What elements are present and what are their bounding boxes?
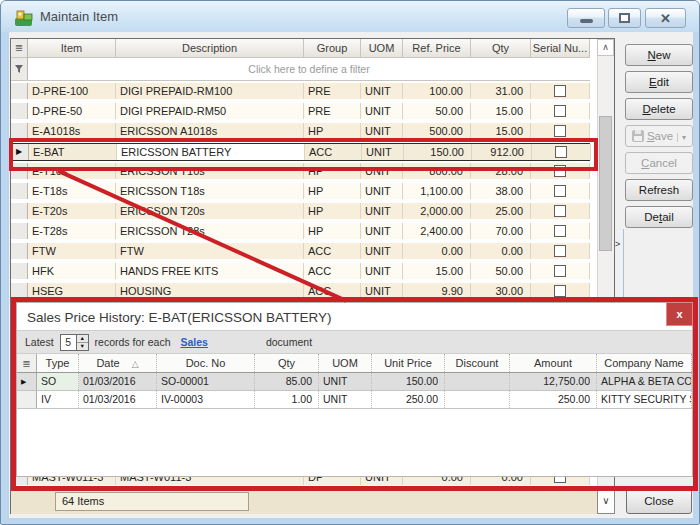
grid-header-row: ≣ Item Description Group UOM Ref. Price …	[11, 39, 590, 58]
row-header[interactable]	[11, 223, 28, 239]
col-header-unit-price[interactable]: Unit Price	[372, 354, 445, 372]
panel-splitter[interactable]	[623, 229, 624, 299]
scroll-down-button[interactable]: ∨	[597, 487, 615, 514]
history-row[interactable]: IV 01/03/2016 IV-00003 1.00 UNIT 250.00 …	[17, 391, 692, 409]
close-window-button[interactable]: ✕	[645, 8, 686, 28]
cell-item: D-PRE-100	[28, 83, 116, 99]
cell-qty: 50.00	[471, 263, 531, 279]
col-header-qty[interactable]: Qty	[255, 354, 319, 372]
cell-serial	[531, 163, 590, 179]
spinner-value[interactable]: 5	[61, 335, 76, 350]
row-header[interactable]	[11, 263, 28, 279]
spinner-down-icon[interactable]: ▼	[77, 343, 88, 350]
table-row[interactable]: E-T28s ERICSSON T28s HP UNIT 2,400.00 70…	[11, 223, 590, 241]
table-row[interactable]: HFK HANDS FREE KITS ACC UNIT 15.00 50.00	[11, 263, 590, 281]
delete-button[interactable]: Delete	[625, 98, 693, 120]
filter-hint[interactable]: Click here to define a filter	[28, 58, 590, 80]
row-header[interactable]	[11, 203, 28, 219]
col-header-doc-no[interactable]: Doc. No	[157, 354, 255, 372]
serial-checkbox[interactable]	[554, 125, 566, 137]
col-header-date[interactable]: Date△	[79, 354, 157, 372]
selected-row-e-bat[interactable]: ▶ E-BAT ERICSSON BATTERY ACC UNIT 150.00…	[11, 143, 590, 161]
cell-group: PRE	[304, 103, 361, 119]
row-header[interactable]	[11, 243, 28, 259]
history-row[interactable]: ▶ SO 01/03/2016 SO-00001 85.00 UNIT 150.…	[17, 373, 692, 391]
serial-checkbox[interactable]	[554, 185, 566, 197]
filter-icon	[14, 64, 24, 74]
col-header-amount[interactable]: Amount	[510, 354, 597, 372]
cell-ref-price: 150.00	[404, 144, 472, 160]
col-header-group[interactable]: Group	[304, 39, 361, 58]
panel-collapse-icon[interactable]: >	[615, 239, 620, 249]
col-header-qty[interactable]: Qty	[471, 39, 531, 58]
cell-group: HP	[304, 163, 361, 179]
row-header[interactable]: ▶	[17, 373, 37, 390]
row-header[interactable]	[11, 123, 28, 139]
table-row[interactable]: D-PRE-50 DIGI PREPAID-RM50 PRE UNIT 50.0…	[11, 103, 590, 121]
save-dropdown-icon[interactable]: ▾	[677, 133, 686, 142]
cell-ref-price: 50.00	[403, 103, 471, 119]
save-button[interactable]: Save▾	[625, 125, 693, 147]
detail-button[interactable]: Detail	[625, 206, 693, 228]
table-row[interactable]: E-A1018s ERICSSON A1018s HP UNIT 500.00 …	[11, 123, 590, 141]
row-selector-header[interactable]: ≣	[11, 39, 28, 58]
serial-checkbox[interactable]	[554, 285, 566, 297]
col-header-ref-price[interactable]: Ref. Price	[403, 39, 471, 58]
maximize-button[interactable]	[608, 8, 641, 28]
col-header-description[interactable]: Description	[116, 39, 304, 58]
col-header-type[interactable]: Type	[37, 354, 79, 372]
cell-item: HSEG	[28, 283, 116, 299]
table-row[interactable]: FTW FTW ACC UNIT 0.00 0.00	[11, 243, 590, 261]
row-header[interactable]	[11, 283, 28, 299]
serial-checkbox[interactable]	[554, 225, 566, 237]
cell-uom: UNIT	[361, 263, 403, 279]
table-row[interactable]: E-T20s ERICSSON T20s HP UNIT 2,000.00 25…	[11, 203, 590, 221]
table-row[interactable]: E-T10s ERICSSON T10s HP UNIT 800.00 28.0…	[11, 163, 590, 181]
serial-checkbox[interactable]	[554, 245, 566, 257]
new-button[interactable]: New	[625, 44, 693, 66]
cell-item: D-PRE-50	[28, 103, 116, 119]
cell-unit-price: 150.00	[372, 373, 445, 390]
serial-checkbox[interactable]	[554, 265, 566, 277]
cell-description: DIGI PREPAID-RM100	[116, 83, 304, 99]
table-row[interactable]: D-PRE-100 DIGI PREPAID-RM100 PRE UNIT 10…	[11, 83, 590, 101]
col-header-company[interactable]: Company Name	[597, 354, 692, 372]
serial-checkbox[interactable]	[554, 165, 566, 177]
cell-date: 01/03/2016	[79, 391, 157, 408]
latest-records-spinner[interactable]: 5 ▲ ▼	[60, 334, 89, 351]
col-header-uom[interactable]: UOM	[319, 354, 372, 372]
document-label: document	[266, 336, 312, 348]
row-header[interactable]	[11, 103, 28, 119]
popup-row-selector-header[interactable]: ≣	[17, 354, 37, 372]
close-button[interactable]: Close	[626, 488, 692, 514]
col-header-serial[interactable]: Serial Nu...	[531, 39, 590, 58]
row-header[interactable]	[11, 183, 28, 199]
table-row[interactable]: E-T18s ERICSSON T18s HP UNIT 1,100.00 38…	[11, 183, 590, 201]
refresh-button[interactable]: Refresh	[625, 179, 693, 201]
popup-close-button[interactable]: x	[666, 302, 693, 326]
row-header[interactable]	[11, 83, 28, 99]
spinner-up-icon[interactable]: ▲	[77, 335, 88, 343]
col-header-discount[interactable]: Discount	[445, 354, 510, 372]
cell-qty: 25.00	[471, 203, 531, 219]
cancel-button[interactable]: Cancel	[625, 152, 693, 174]
sales-doc-type-link[interactable]: Sales	[180, 336, 207, 348]
cell-group: HP	[304, 183, 361, 199]
serial-checkbox[interactable]	[554, 205, 566, 217]
row-header[interactable]: ▶	[12, 144, 29, 160]
filter-row[interactable]: Click here to define a filter	[11, 58, 590, 81]
cell-uom: UNIT	[362, 144, 404, 160]
serial-checkbox[interactable]	[554, 85, 566, 97]
scroll-up-icon: ∧	[602, 42, 609, 52]
row-header[interactable]	[11, 163, 28, 179]
minimize-button[interactable]	[567, 8, 605, 28]
edit-button[interactable]: Edit	[625, 71, 693, 93]
table-row[interactable]: HSEG HOUSING ACC UNIT 9.90 30.00	[11, 283, 590, 301]
row-header[interactable]	[17, 391, 37, 408]
col-header-uom[interactable]: UOM	[361, 39, 403, 58]
serial-checkbox[interactable]	[555, 146, 567, 158]
scroll-up-button[interactable]: ∧	[597, 39, 614, 56]
col-header-item[interactable]: Item	[28, 39, 116, 58]
serial-checkbox[interactable]	[554, 105, 566, 117]
scrollbar-thumb[interactable]	[599, 116, 612, 251]
